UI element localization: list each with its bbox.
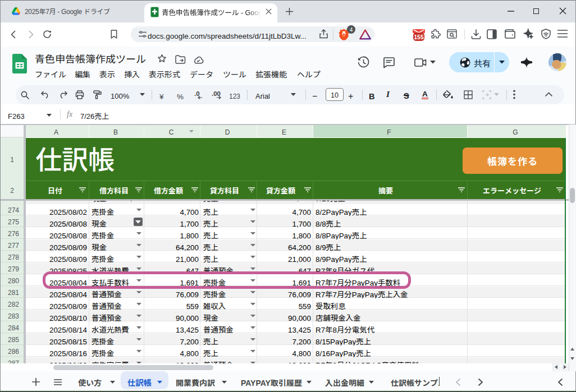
- svg-text:155: 155: [414, 34, 424, 40]
